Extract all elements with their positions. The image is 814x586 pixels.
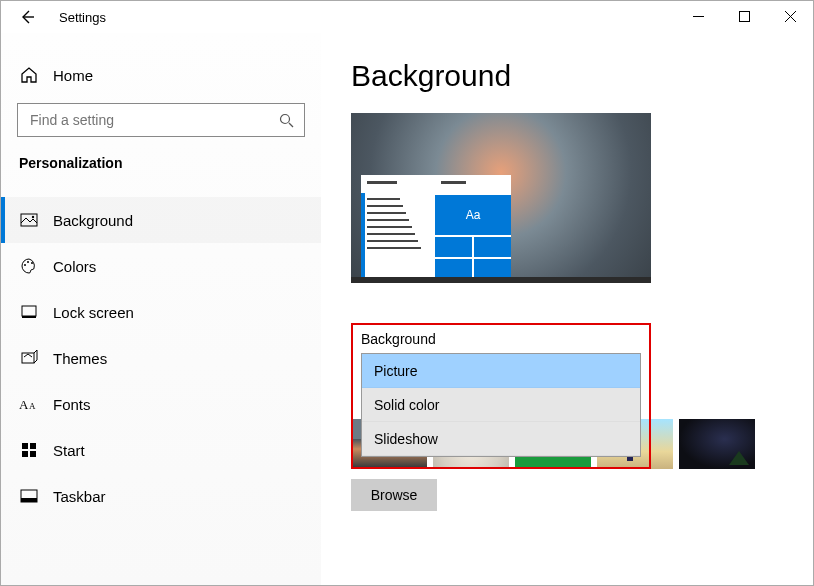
sidebar-item-start[interactable]: Start	[1, 427, 321, 473]
taskbar-icon	[19, 486, 39, 506]
sidebar-item-label: Background	[53, 212, 133, 229]
desktop-preview: Aa	[351, 113, 651, 283]
sidebar-item-label: Start	[53, 442, 85, 459]
svg-rect-13	[30, 443, 36, 449]
svg-rect-17	[21, 498, 37, 502]
start-icon	[19, 440, 39, 460]
sidebar-item-label: Fonts	[53, 396, 91, 413]
svg-rect-7	[22, 306, 36, 316]
window-body: Home Personalization Background Colo	[1, 33, 813, 585]
svg-point-1	[281, 114, 290, 123]
home-icon	[19, 65, 39, 85]
maximize-icon	[739, 11, 750, 22]
dropdown-option-slideshow[interactable]: Slideshow	[362, 422, 640, 456]
fonts-icon: AA	[19, 394, 39, 414]
svg-point-6	[31, 262, 33, 264]
svg-rect-12	[22, 443, 28, 449]
sidebar-item-label: Colors	[53, 258, 96, 275]
preview-sample-text: Aa	[435, 195, 511, 235]
dropdown-label: Background	[361, 331, 641, 347]
search-input[interactable]	[28, 111, 279, 129]
svg-rect-8	[22, 316, 36, 318]
lockscreen-icon	[19, 302, 39, 322]
back-button[interactable]	[15, 5, 39, 29]
sidebar-item-colors[interactable]: Colors	[1, 243, 321, 289]
sidebar-item-lock-screen[interactable]: Lock screen	[1, 289, 321, 335]
dropdown-option-solid-color[interactable]: Solid color	[362, 388, 640, 422]
sidebar: Home Personalization Background Colo	[1, 33, 321, 585]
sidebar-item-background[interactable]: Background	[1, 197, 321, 243]
main-content: Background Aa Background Picture	[321, 33, 813, 585]
sidebar-item-themes[interactable]: Themes	[1, 335, 321, 381]
dropdown-option-picture[interactable]: Picture	[362, 354, 640, 388]
svg-rect-0	[739, 11, 749, 21]
close-icon	[785, 11, 796, 22]
home-label: Home	[53, 67, 93, 84]
search-box[interactable]	[17, 103, 305, 137]
close-button[interactable]	[767, 1, 813, 31]
themes-icon	[19, 348, 39, 368]
window-title: Settings	[59, 10, 106, 25]
home-button[interactable]: Home	[1, 53, 321, 97]
picture-icon	[19, 210, 39, 230]
search-icon	[279, 113, 294, 128]
arrow-left-icon	[19, 9, 35, 25]
minimize-icon	[693, 11, 704, 22]
background-dropdown[interactable]: Picture Solid color Slideshow	[361, 353, 641, 457]
palette-icon	[19, 256, 39, 276]
section-header: Personalization	[1, 155, 321, 171]
maximize-button[interactable]	[721, 1, 767, 31]
sidebar-item-label: Themes	[53, 350, 107, 367]
svg-point-4	[24, 264, 26, 266]
svg-rect-15	[30, 451, 36, 457]
sidebar-item-fonts[interactable]: AA Fonts	[1, 381, 321, 427]
window-controls	[675, 1, 813, 31]
browse-button[interactable]: Browse	[351, 479, 437, 511]
svg-point-3	[32, 216, 34, 218]
sidebar-item-label: Lock screen	[53, 304, 134, 321]
sidebar-item-label: Taskbar	[53, 488, 106, 505]
preview-window: Aa	[361, 175, 511, 283]
svg-rect-14	[22, 451, 28, 457]
page-title: Background	[351, 59, 773, 93]
svg-text:A: A	[29, 401, 36, 411]
svg-text:A: A	[19, 397, 29, 412]
svg-point-5	[27, 261, 29, 263]
minimize-button[interactable]	[675, 1, 721, 31]
picture-thumb[interactable]	[679, 419, 755, 469]
sidebar-item-taskbar[interactable]: Taskbar	[1, 473, 321, 519]
annotation-highlight: Background Picture Solid color Slideshow	[351, 323, 651, 469]
settings-window: Settings Home Per	[0, 0, 814, 586]
